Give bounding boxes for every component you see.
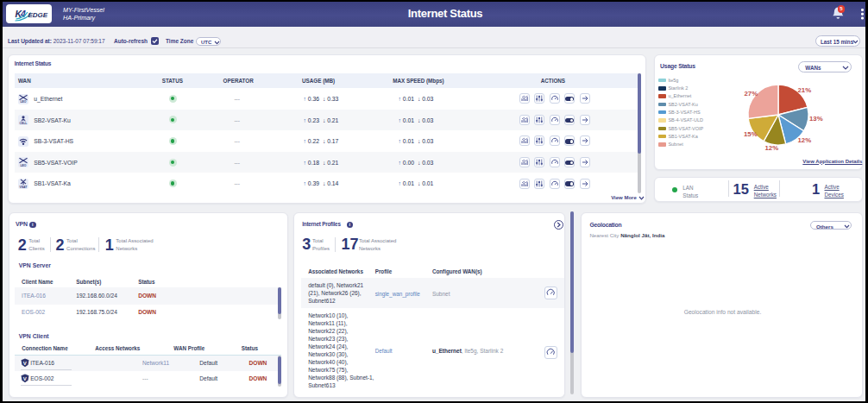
svg-text:15%: 15%	[744, 130, 758, 138]
svg-text:V: V	[22, 361, 26, 366]
svg-text:12%: 12%	[765, 143, 779, 151]
svg-text:12%: 12%	[798, 135, 812, 143]
svg-text:13%: 13%	[809, 115, 823, 123]
svg-text:27%: 27%	[745, 89, 758, 97]
svg-text:V: V	[22, 376, 26, 381]
svg-text:21%: 21%	[798, 85, 812, 93]
svg-text:EDGE: EDGE	[28, 11, 47, 19]
